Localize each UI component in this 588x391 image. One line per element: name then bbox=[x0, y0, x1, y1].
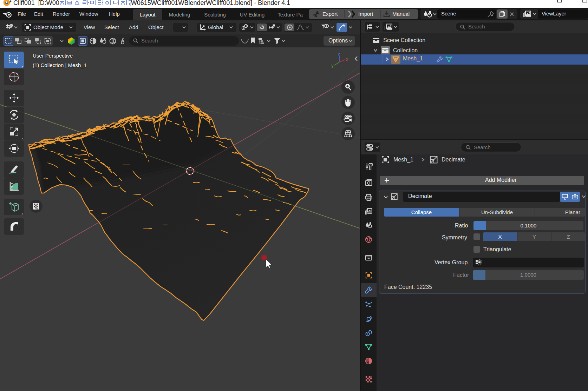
svg-text:z: z bbox=[338, 52, 340, 57]
svg-text:y: y bbox=[331, 63, 334, 68]
svg-text:x: x bbox=[346, 57, 348, 62]
